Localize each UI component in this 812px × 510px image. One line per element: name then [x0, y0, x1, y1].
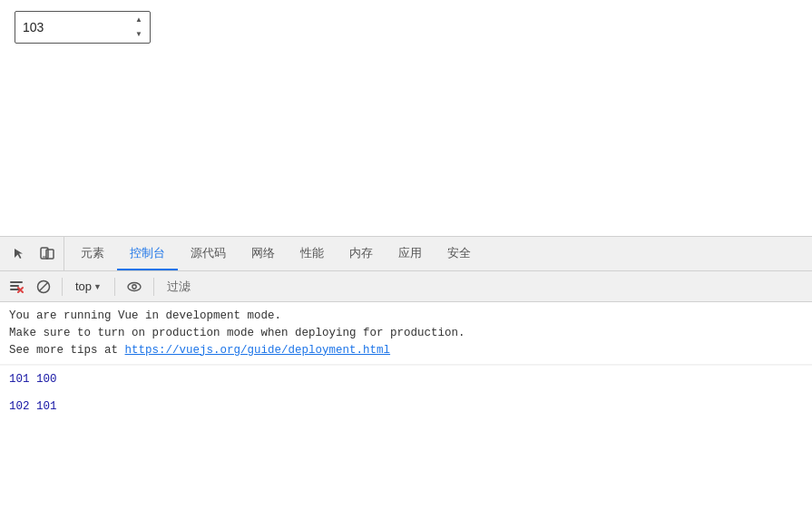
toolbar-divider-2	[114, 278, 115, 296]
top-label: top	[75, 280, 92, 293]
filter-label: 过滤	[161, 277, 196, 297]
svg-line-9	[39, 282, 48, 291]
block-icon[interactable]	[33, 276, 54, 298]
spinner-up[interactable]: ▲	[131, 13, 147, 27]
devtools-panel: 元素 控制台 源代码 网络 性能 内存 应用 安全	[0, 236, 812, 510]
log-line-2: 102 101	[0, 393, 812, 420]
log-line-1: 101 100	[0, 365, 812, 393]
tab-sources[interactable]: 源代码	[178, 237, 239, 270]
top-dropdown[interactable]: top ▼	[70, 278, 107, 295]
device-toggle-icon[interactable]	[36, 243, 58, 265]
main-content-area: ▲ ▼	[0, 0, 812, 236]
number-input-wrapper: ▲ ▼	[15, 11, 151, 44]
tab-security[interactable]: 安全	[435, 237, 484, 270]
tab-network[interactable]: 网络	[239, 237, 288, 270]
tab-icons-group	[4, 237, 64, 270]
console-toolbar: top ▼ 过滤	[0, 271, 812, 302]
svg-rect-2	[46, 250, 54, 259]
tab-elements[interactable]: 元素	[68, 237, 117, 270]
tab-performance[interactable]: 性能	[288, 237, 337, 270]
clear-console-icon[interactable]	[5, 276, 27, 298]
eye-icon[interactable]	[122, 275, 146, 299]
svg-point-11	[132, 284, 136, 288]
spinner-down[interactable]: ▼	[131, 27, 147, 42]
tab-application[interactable]: 应用	[386, 237, 435, 270]
tab-bar: 元素 控制台 源代码 网络 性能 内存 应用 安全	[0, 237, 812, 271]
toolbar-divider-1	[62, 278, 63, 296]
svg-point-10	[128, 282, 141, 290]
svg-rect-4	[10, 285, 19, 287]
tab-console[interactable]: 控制台	[117, 237, 178, 270]
console-content: You are running Vue in development mode.…	[0, 302, 812, 510]
tabs-container: 元素 控制台 源代码 网络 性能 内存 应用 安全	[68, 237, 484, 270]
dropdown-arrow-icon: ▼	[93, 282, 102, 291]
console-message-vue: You are running Vue in development mode.…	[0, 302, 812, 365]
cursor-icon[interactable]	[9, 243, 31, 265]
vue-deployment-link[interactable]: https://vuejs.org/guide/deployment.html	[125, 344, 391, 357]
tab-memory[interactable]: 内存	[337, 237, 386, 270]
spinner-buttons: ▲ ▼	[131, 13, 147, 42]
toolbar-divider-3	[153, 278, 154, 296]
svg-rect-3	[10, 281, 23, 283]
